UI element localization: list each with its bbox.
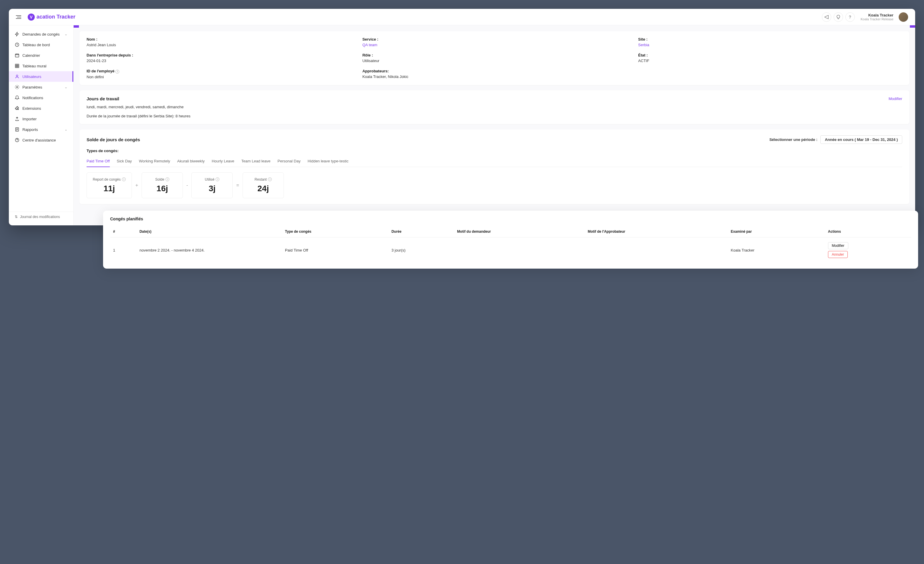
upload-icon <box>15 117 20 121</box>
brand-text: acation Tracker <box>36 14 75 20</box>
workdays-list: lundi, mardi, mercredi, jeudi, vendredi,… <box>87 105 902 109</box>
dashboard-icon <box>15 42 20 47</box>
sidebar-item-notifications[interactable]: Notifications <box>9 93 74 103</box>
info-icon[interactable]: i <box>116 70 119 73</box>
lightbulb-button[interactable] <box>834 12 843 22</box>
equals-operator: = <box>236 183 239 188</box>
sidebar-item-dashboard[interactable]: Tableau de bord <box>9 39 74 50</box>
table-row: 1 novembre 2 2024. - novembre 4 2024. Pa… <box>110 238 911 263</box>
sidebar-item-extensions[interactable]: Extensions <box>9 103 74 114</box>
brand-logo[interactable]: V acation Tracker <box>28 13 75 21</box>
sidebar-item-calendar[interactable]: Calendrier <box>9 50 74 61</box>
sidebar-item-wallboard[interactable]: Tableau mural <box>9 61 74 71</box>
remaining-value: 24j <box>249 184 278 193</box>
nav-label: Importer <box>22 117 36 121</box>
nav-label: Paramètres <box>22 85 42 90</box>
announce-icon <box>824 15 829 19</box>
leave-types-label: Types de congés: <box>87 148 902 153</box>
nav-label: Demandes de congés <box>22 32 60 36</box>
chevron-down-icon: ⌄ <box>64 32 68 36</box>
planned-title: Congés planifiés <box>110 217 911 221</box>
edit-button[interactable]: Modifier <box>828 242 848 249</box>
avatar[interactable] <box>898 12 908 22</box>
announce-button[interactable] <box>822 12 831 22</box>
carryover-value: 11j <box>93 184 126 193</box>
col-approver-reason: Motif de l'Approbateur <box>585 226 728 238</box>
tab-hourly[interactable]: Hourly Leave <box>212 157 234 167</box>
sidebar-item-settings[interactable]: Paramètres ⌄ <box>9 82 74 93</box>
tab-akurali[interactable]: Akurali biweekly <box>177 157 205 167</box>
site-label: Site : <box>638 37 902 42</box>
sidebar-item-import[interactable]: Importer <box>9 114 74 124</box>
tab-sick-day[interactable]: Sick Day <box>117 157 132 167</box>
cell-type: Paid Time Off <box>282 238 388 263</box>
sidebar: Demandes de congés ⌄ Tableau de bord Cal… <box>9 25 74 225</box>
nav-label: Utilisateurs <box>22 75 41 79</box>
sidebar-item-leave-requests[interactable]: Demandes de congés ⌄ <box>9 29 74 39</box>
period-select[interactable]: Année en cours ( Mar 19 - Dec 31, 2024 ) <box>820 135 902 144</box>
balance-value: 16j <box>148 184 177 193</box>
help-icon[interactable]: ? <box>122 177 126 181</box>
sidebar-changelog[interactable]: ⇅ Journal des modifications <box>9 211 74 222</box>
user-info[interactable]: Koala Tracker Koala Tracker Release <box>861 13 893 21</box>
used-box: Utilisé ? 3j <box>191 172 232 198</box>
tab-personal[interactable]: Personal Day <box>278 157 301 167</box>
used-value: 3j <box>198 184 226 193</box>
site-value[interactable]: Serbia <box>638 43 902 47</box>
accent-bar-left <box>74 25 79 28</box>
cell-approver-reason <box>585 238 728 263</box>
lightbulb-icon <box>836 15 841 19</box>
planned-table: # Date(s) Type de congés Durée Motif du … <box>110 226 911 263</box>
cell-duration: 3 jour(s) <box>388 238 454 263</box>
help-button[interactable]: ? <box>845 12 855 22</box>
nav-label: Calendrier <box>22 53 40 58</box>
help-icon[interactable]: ? <box>268 177 272 181</box>
planned-leave-card: Congés planifiés # Date(s) Type de congé… <box>103 211 918 269</box>
col-duration: Durée <box>388 226 454 238</box>
sidebar-item-reports[interactable]: Rapports ⌄ <box>9 124 74 135</box>
workdays-card: Jours de travail Modifier lundi, mardi, … <box>80 90 909 124</box>
question-icon: ? <box>849 15 851 19</box>
name-value: Astrid Jean Louis <box>87 43 351 47</box>
sidebar-item-users[interactable]: Utilisateurs <box>9 71 74 82</box>
nav-label: Rapports <box>22 127 38 132</box>
puzzle-icon <box>15 106 20 111</box>
balance-card: Solde de jours de congés Sélectionner un… <box>80 129 909 204</box>
remaining-box: Restant ? 24j <box>243 172 284 198</box>
cell-num: 1 <box>110 238 136 263</box>
topbar: V acation Tracker ? Koala Tracker Koala … <box>9 9 915 25</box>
changelog-label: Journal des modifications <box>20 215 60 219</box>
tab-hidden[interactable]: Hidden leave type-testic <box>308 157 349 167</box>
empid-value: Non défini <box>87 75 351 79</box>
sidebar-item-help-center[interactable]: Centre d'assistance <box>9 135 74 145</box>
cancel-button[interactable]: Annuler <box>828 251 848 258</box>
workdays-edit-link[interactable]: Modifier <box>889 97 902 101</box>
leave-type-tabs: Paid Time Off Sick Day Working Remotely … <box>87 157 902 167</box>
carryover-box: Report de congés ? 11j <box>87 172 132 198</box>
menu-toggle-button[interactable] <box>16 13 23 21</box>
app-window: V acation Tracker ? Koala Tracker Koala … <box>9 9 915 225</box>
tab-teamlead[interactable]: Team Lead leave <box>242 157 271 167</box>
carryover-label: Report de congés <box>93 177 121 181</box>
help-icon[interactable]: ? <box>165 177 169 181</box>
col-actions: Actions <box>825 226 911 238</box>
approvers-value: Koala Tracker, Nikola Jokic <box>363 75 627 79</box>
tab-remote[interactable]: Working Remotely <box>139 157 170 167</box>
tab-paid-time-off[interactable]: Paid Time Off <box>87 157 110 167</box>
used-label: Utilisé <box>205 177 214 181</box>
nav-label: Tableau mural <box>22 64 46 68</box>
service-value[interactable]: QA team <box>363 43 627 47</box>
col-num: # <box>110 226 136 238</box>
report-icon <box>15 127 20 132</box>
svg-point-3 <box>16 75 18 76</box>
chevron-down-icon: ⌄ <box>64 85 68 89</box>
remaining-label: Restant <box>255 177 267 181</box>
state-label: État : <box>638 53 902 57</box>
plus-operator: + <box>135 183 138 188</box>
workdays-title: Jours de travail <box>87 96 119 101</box>
state-value: ACTIF <box>638 58 902 63</box>
cell-reviewed-by: Koala Tracker <box>728 238 825 263</box>
help-icon[interactable]: ? <box>216 177 219 181</box>
svg-rect-2 <box>15 64 19 68</box>
since-label: Dans l'entreprise depuis : <box>87 53 351 57</box>
